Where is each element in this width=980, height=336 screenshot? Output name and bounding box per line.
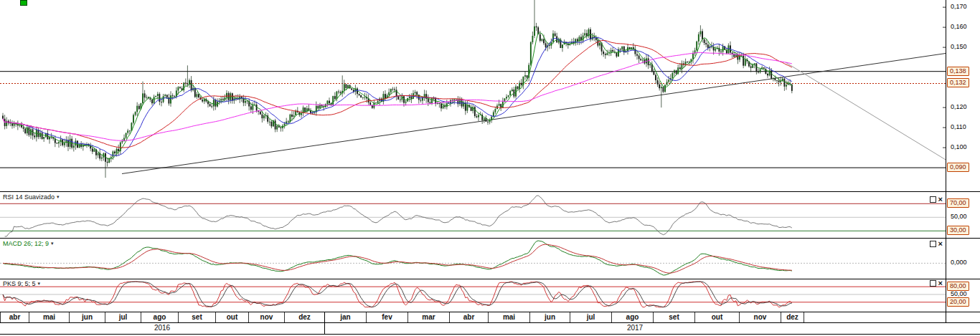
macd-scale-label: 0,000 (951, 259, 967, 267)
level-value-label: 0,132 (947, 78, 969, 87)
panel-separator (0, 279, 980, 279)
month-label: fev (366, 312, 407, 322)
month-label: mar (407, 312, 449, 322)
pks-panel-header: PKS 9; 5; 5 ▾ (3, 280, 40, 287)
time-axis-months: abrmaijunjulagosetoutnovdezjanfevmarabrm… (0, 312, 980, 322)
chevron-down-icon[interactable]: ▾ (38, 281, 41, 287)
bottom-border (0, 334, 980, 335)
panel-separator (0, 238, 980, 239)
time-axis-years: 20162017 (0, 323, 980, 334)
month-label: abr (0, 312, 29, 322)
year-divider (324, 312, 325, 334)
price-scale-label: 0,160 (951, 23, 967, 31)
month-label: ago (611, 312, 653, 322)
month-label: dez (781, 312, 804, 322)
month-label: mai (29, 312, 69, 322)
month-label: jul (570, 312, 611, 322)
restore-icon[interactable] (930, 280, 936, 287)
macd-panel-controls: × (930, 241, 943, 247)
price-scale-label: 0,150 (951, 43, 967, 51)
month-label: out (215, 312, 248, 322)
macd-panel-canvas[interactable] (0, 239, 946, 278)
year-label: 2017 (324, 323, 946, 334)
restore-icon[interactable] (930, 241, 936, 247)
price-scale-label: 0,120 (951, 103, 967, 111)
close-icon[interactable]: × (938, 196, 943, 203)
panel-separator (0, 191, 980, 192)
rsi-panel-canvas[interactable] (0, 192, 946, 237)
pks-panel-canvas[interactable] (0, 279, 946, 311)
level-value-label: 0,090 (947, 163, 969, 172)
price-scale-label: 0,110 (951, 123, 966, 131)
value-axis: 0,1700,1600,1500,1380,1320,1200,1100,100… (946, 0, 980, 334)
macd-panel-header: MACD 26; 12; 9 ▾ (3, 240, 54, 247)
month-label: jun (529, 312, 570, 322)
macd-indicator-label[interactable]: MACD 26; 12; 9 (3, 240, 49, 247)
rsi-scale-label: 70,00 (947, 198, 969, 208)
pks-panel-controls: × (930, 280, 943, 287)
chevron-down-icon[interactable]: ▾ (57, 194, 60, 200)
rsi-scale-label: 50,00 (951, 213, 967, 221)
month-label: set (178, 312, 215, 322)
rsi-scale-label: 30,00 (947, 226, 969, 235)
month-label: out (694, 312, 739, 322)
rsi-panel-controls: × (930, 196, 943, 203)
chevron-down-icon[interactable]: ▾ (51, 241, 54, 246)
pks-indicator-label[interactable]: PKS 9; 5; 5 (3, 280, 36, 287)
axis-end-tick (804, 312, 804, 322)
year-label: 2016 (0, 323, 324, 334)
month-label: nov (248, 312, 284, 322)
month-label: jun (69, 312, 105, 322)
month-label: nov (739, 312, 781, 322)
price-scale-label: 0,100 (951, 143, 967, 151)
price-chart-canvas[interactable] (0, 0, 946, 191)
close-icon[interactable]: × (938, 241, 943, 247)
month-label: dez (284, 312, 324, 322)
month-label: set (653, 312, 694, 322)
month-label: ago (141, 312, 178, 322)
price-scale-label: 0,170 (951, 3, 967, 11)
month-label: mai (488, 312, 529, 322)
rsi-indicator-label[interactable]: RSI 14 Suavizado (3, 193, 55, 201)
rsi-panel-header: RSI 14 Suavizado ▾ (3, 193, 60, 201)
restore-icon[interactable] (930, 196, 936, 203)
chart-window: RSI 14 Suavizado ▾ × MACD 26; 12; 9 ▾ × … (0, 0, 980, 336)
month-label: abr (449, 312, 488, 322)
level-value-label: 0,138 (947, 67, 969, 76)
month-label: jul (105, 312, 141, 322)
month-label: jan (324, 312, 366, 322)
pks-scale-label: 20,00 (947, 297, 969, 307)
close-icon[interactable]: × (938, 280, 943, 287)
